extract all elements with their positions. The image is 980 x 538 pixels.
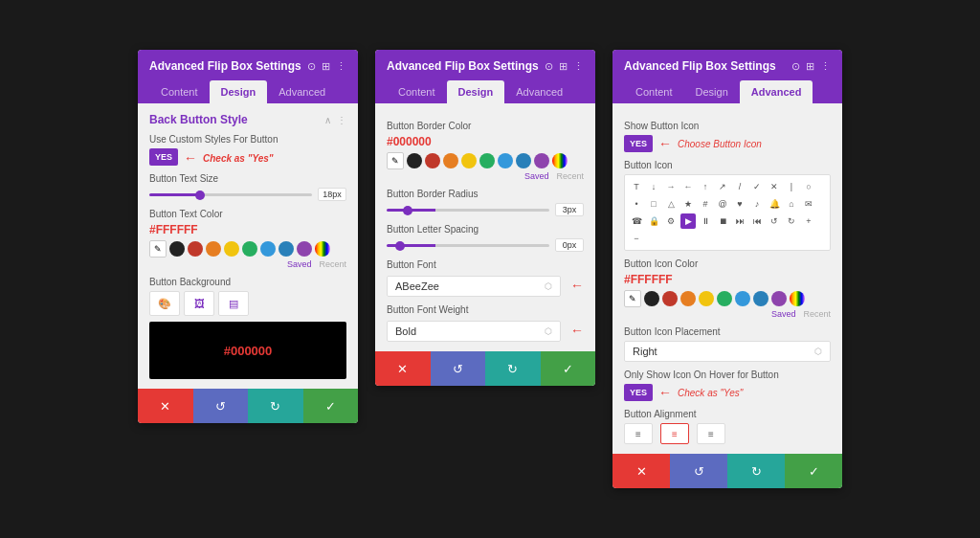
icon-circle[interactable]: ○	[801, 179, 816, 194]
settings-icon-m[interactable]: ⊙	[545, 60, 553, 73]
font-weight-select[interactable]: Bold ⬡	[387, 321, 561, 342]
icon-at[interactable]: @	[715, 196, 730, 212]
swatch-darkred[interactable]	[188, 241, 203, 257]
icon-gear2[interactable]: ⚙	[663, 213, 679, 229]
swatch-green-m[interactable]	[479, 153, 495, 168]
expand-icon-m[interactable]: ⊞	[559, 60, 568, 73]
swatch-orange[interactable]	[206, 241, 221, 257]
icon-check2[interactable]: ✓	[749, 179, 765, 194]
swatch-purple[interactable]	[297, 241, 312, 257]
icon-mail[interactable]: ✉	[801, 196, 816, 212]
more-icon-m[interactable]: ⋮	[573, 60, 584, 73]
swatch-black[interactable]	[169, 241, 185, 257]
tab-content-left[interactable]: Content	[149, 80, 210, 103]
undo-btn-right[interactable]: ↺	[670, 454, 727, 488]
swatch-darkred-r[interactable]	[662, 291, 678, 306]
toggle-hover-icon[interactable]: YES	[624, 384, 653, 401]
undo-btn-mid[interactable]: ↺	[431, 351, 486, 386]
icon-sq[interactable]: □	[646, 196, 661, 212]
icon-rewind[interactable]: ⏮	[749, 213, 765, 229]
icon-lock[interactable]: 🔒	[646, 213, 661, 229]
swatch-darkred-m[interactable]	[425, 153, 440, 168]
tab-design-right[interactable]: Design	[684, 80, 740, 103]
align-right-btn[interactable]: ≡	[697, 423, 725, 444]
swatch-green[interactable]	[242, 241, 257, 257]
redo-btn-mid[interactable]: ↻	[485, 351, 541, 386]
icon-home[interactable]: ⌂	[784, 196, 799, 212]
icon-phone[interactable]: ☎	[629, 213, 644, 229]
icon-skip[interactable]: ⏭	[732, 213, 747, 229]
redo-btn-right[interactable]: ↻	[727, 454, 785, 488]
save-btn-right[interactable]: ✓	[785, 454, 842, 488]
text-size-slider[interactable]	[149, 193, 312, 196]
border-radius-slider[interactable]	[387, 209, 549, 212]
icon-redo2[interactable]: ↻	[784, 213, 799, 229]
placement-select[interactable]: Right ⬡	[624, 341, 831, 362]
bg-video-btn[interactable]: ▤	[218, 291, 249, 316]
swatch-purple-m[interactable]	[534, 153, 549, 168]
undo-btn-left[interactable]: ↺	[193, 389, 249, 423]
tab-advanced-left[interactable]: Advanced	[267, 80, 337, 103]
swatch-black-r[interactable]	[644, 291, 659, 306]
align-left-btn[interactable]: ≡	[624, 423, 653, 444]
swatch-blue-m[interactable]	[498, 153, 513, 168]
icon-up[interactable]: ↑	[698, 179, 713, 194]
icon-stop[interactable]: ⏹	[715, 213, 730, 229]
swatch-darkblue[interactable]	[278, 241, 294, 257]
swatch-yellow-r[interactable]	[699, 291, 714, 306]
icon-bell[interactable]: 🔔	[767, 196, 782, 212]
tab-advanced-right[interactable]: Advanced	[740, 80, 813, 103]
icon-x[interactable]: ✕	[767, 179, 782, 194]
icon-diag[interactable]: ↗	[715, 179, 730, 194]
collapse-icon[interactable]: ∧	[324, 115, 331, 125]
icon-pipe[interactable]: |	[784, 179, 799, 194]
tab-advanced-mid[interactable]: Advanced	[504, 80, 574, 103]
icon-play[interactable]: ▶	[680, 213, 696, 229]
font-select[interactable]: ABeeZee ⬡	[387, 276, 561, 297]
save-btn-left[interactable]: ✓	[303, 389, 359, 423]
swatch-rainbow-r[interactable]	[790, 291, 805, 306]
icon-t[interactable]: T	[629, 179, 644, 194]
swatch-purple-r[interactable]	[771, 291, 787, 306]
icon-down[interactable]: ↓	[646, 179, 661, 194]
tab-design-left[interactable]: Design	[210, 80, 268, 103]
icon-minus[interactable]: −	[629, 231, 644, 246]
cancel-btn-right[interactable]: ✕	[612, 454, 670, 488]
swatch-darkblue-m[interactable]	[516, 153, 531, 168]
icon-dot[interactable]: •	[629, 196, 644, 212]
swatch-blue-r[interactable]	[735, 291, 750, 306]
cancel-btn-left[interactable]: ✕	[138, 389, 193, 423]
redo-btn-left[interactable]: ↻	[248, 389, 303, 423]
save-btn-mid[interactable]: ✓	[541, 351, 596, 386]
settings-icon[interactable]: ⊙	[307, 60, 316, 73]
bg-color-btn[interactable]: 🎨	[149, 291, 180, 316]
icon-star[interactable]: ★	[680, 196, 696, 212]
icon-undo2[interactable]: ↺	[767, 213, 782, 229]
swatch-orange-r[interactable]	[680, 291, 696, 306]
toggle-show-icon[interactable]: YES	[624, 135, 653, 152]
swatch-orange-m[interactable]	[443, 153, 458, 168]
icon-tri[interactable]: △	[663, 196, 679, 212]
swatch-green-r[interactable]	[717, 291, 732, 306]
icon-left-arr[interactable]: ←	[680, 179, 696, 194]
more-icon-r[interactable]: ⋮	[820, 60, 831, 73]
swatch-rainbow[interactable]	[315, 241, 330, 257]
icon-plus[interactable]: +	[801, 213, 816, 229]
swatch-blue[interactable]	[260, 241, 276, 257]
more-icon[interactable]: ⋮	[336, 60, 346, 73]
eyedropper-btn[interactable]: ✎	[149, 240, 167, 258]
tab-design-mid[interactable]: Design	[447, 80, 505, 103]
section-more-icon[interactable]: ⋮	[337, 115, 346, 125]
cancel-btn-mid[interactable]: ✕	[375, 351, 431, 386]
expand-icon[interactable]: ⊞	[322, 60, 330, 73]
swatch-black-m[interactable]	[407, 153, 422, 168]
eyedropper-btn-m[interactable]: ✎	[387, 152, 404, 169]
settings-icon-r[interactable]: ⊙	[791, 60, 800, 73]
icon-music[interactable]: ♪	[749, 196, 765, 212]
swatch-yellow-m[interactable]	[461, 153, 477, 168]
eyedropper-btn-r[interactable]: ✎	[624, 290, 641, 307]
swatch-rainbow-m[interactable]	[552, 153, 568, 168]
icon-pause[interactable]: ⏸	[698, 213, 713, 229]
icon-heart[interactable]: ♥	[732, 196, 747, 212]
swatch-darkblue-r[interactable]	[753, 291, 768, 306]
